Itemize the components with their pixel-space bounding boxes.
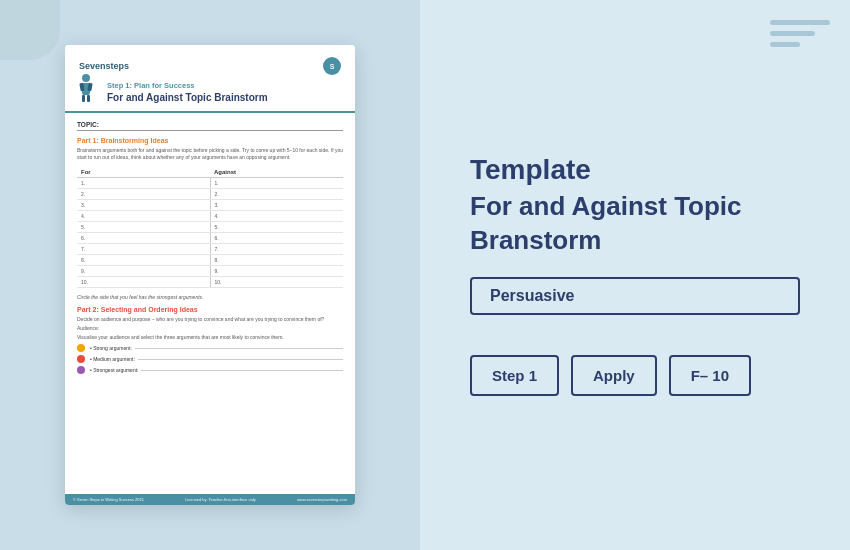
doc-body: TOPIC: Part 1: Brainstorming Ideas Brain…: [65, 113, 355, 385]
medium-dot: [77, 355, 85, 363]
left-panel: Sevensteps S Step 1: Plan for Success Fo…: [0, 0, 420, 550]
logo-letter: S: [330, 63, 335, 70]
figure-icon: [75, 73, 97, 103]
svg-rect-5: [87, 95, 90, 102]
strongest-line: [141, 370, 343, 371]
argument-medium: • Medium argument:: [77, 355, 343, 363]
stripe-1: [770, 20, 830, 25]
table-row: 5.5.: [77, 222, 343, 233]
right-panel: Template For and Against Topic Branstorm…: [420, 0, 850, 550]
strong-label: • Strong argument:: [90, 345, 132, 351]
table-row: 3.3.: [77, 200, 343, 211]
medium-line: [138, 359, 343, 360]
footer-website: www.sevenstepswriting.com: [297, 497, 347, 502]
step-label: Step 1: Plan for Success: [107, 81, 341, 90]
doc-title: For and Against Topic Brainstorm: [107, 92, 341, 103]
apply-badge[interactable]: Apply: [571, 355, 657, 396]
template-word: Template: [470, 154, 800, 186]
table-row: 8.8.: [77, 255, 343, 266]
argument-strong: • Strong argument:: [77, 344, 343, 352]
audience-label: Audience:: [77, 325, 343, 331]
logo-circle: S: [323, 57, 341, 75]
topic-label: TOPIC:: [77, 121, 99, 128]
instructions1: Brainstorm arguments both for and agains…: [77, 147, 343, 161]
stripe-3: [770, 42, 800, 47]
circle-instruction: Circle the side that you feel has the st…: [77, 294, 343, 300]
audience-instruction: Decide on audience and purpose – who are…: [77, 316, 343, 322]
table-row: 1.1.: [77, 178, 343, 189]
doc-header: Sevensteps S Step 1: Plan for Success Fo…: [65, 45, 355, 113]
doc-footer: © Seven Steps to Writing Success 2021 Li…: [65, 494, 355, 505]
visualize-text: Visualise your audience and select the t…: [77, 334, 343, 340]
table-row: 4.4.: [77, 211, 343, 222]
brainstorm-table: For Against 1.1. 2.2. 3.3. 4.4. 5.5. 6.6…: [77, 167, 343, 288]
col-for: For: [77, 167, 210, 178]
table-row: 9.9.: [77, 266, 343, 277]
table-row: 6.6.: [77, 233, 343, 244]
deco-corner: [0, 0, 60, 60]
strong-line: [135, 348, 343, 349]
persuasive-badge: Persuasive: [470, 277, 800, 315]
title-line2: Branstorm: [470, 225, 601, 255]
svg-point-0: [82, 74, 90, 82]
document-card: Sevensteps S Step 1: Plan for Success Fo…: [65, 45, 355, 505]
deco-stripes: [770, 20, 830, 47]
title-line1: For and Against Topic: [470, 191, 742, 221]
section2-title: Part 2: Selecting and Ordering Ideas: [77, 306, 343, 313]
template-title: For and Against Topic Branstorm: [470, 190, 800, 258]
doc-brand-row: Sevensteps S: [79, 57, 341, 75]
step1-label: Step 1: [492, 367, 537, 384]
step1-badge: Step 1: [470, 355, 559, 396]
table-row: 2.2.: [77, 189, 343, 200]
col-against: Against: [210, 167, 343, 178]
strongest-dot: [77, 366, 85, 374]
brand-name: Sevensteps: [79, 61, 129, 71]
table-row: 7.7.: [77, 244, 343, 255]
table-row: 10.10.: [77, 277, 343, 288]
topic-line: TOPIC:: [77, 121, 343, 131]
stripe-2: [770, 31, 815, 36]
medium-label: • Medium argument:: [90, 356, 135, 362]
grade-label: F– 10: [691, 367, 729, 384]
argument-strongest: • Strongest argument:: [77, 366, 343, 374]
bottom-badges-row: Step 1 Apply F– 10: [470, 355, 800, 396]
section1-title: Part 1: Brainstorming Ideas: [77, 137, 343, 144]
footer-license: Licensed by: Teacher-first-interface onl…: [185, 497, 256, 502]
strongest-label: • Strongest argument:: [90, 367, 138, 373]
strong-dot: [77, 344, 85, 352]
apply-label: Apply: [593, 367, 635, 384]
grade-badge: F– 10: [669, 355, 751, 396]
footer-copyright: © Seven Steps to Writing Success 2021: [73, 497, 144, 502]
svg-rect-4: [82, 95, 85, 102]
